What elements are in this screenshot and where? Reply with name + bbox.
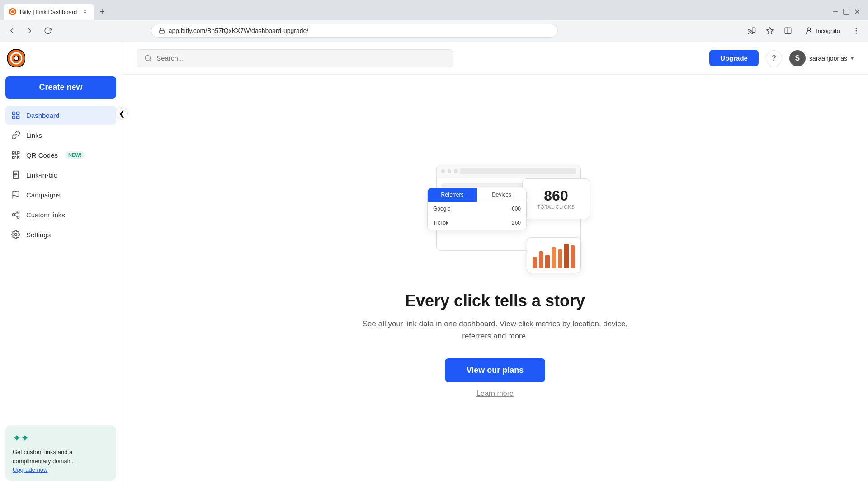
url-bar[interactable]: app.bitly.com/Bn57fQxKX7W/dashboard-upgr…	[151, 24, 558, 38]
menu-icon[interactable]	[850, 24, 863, 37]
bitly-logo-svg	[7, 49, 25, 67]
svg-point-13	[856, 33, 857, 34]
incognito-button[interactable]: Incognito	[800, 24, 844, 37]
svg-rect-21	[13, 152, 14, 154]
svg-point-16	[14, 56, 19, 61]
sidebar-item-custom-links[interactable]: Custom links	[5, 205, 116, 224]
url-text: app.bitly.com/Bn57fQxKX7W/dashboard-upgr…	[169, 27, 550, 34]
svg-rect-18	[17, 112, 19, 115]
main-content: ✦ 860	[122, 75, 868, 488]
google-value: 600	[512, 206, 521, 212]
custom-links-icon	[11, 210, 21, 220]
collapse-sidebar-button[interactable]: ❮	[115, 107, 128, 120]
dashboard-icon	[11, 110, 21, 120]
app-header: Upgrade ? S saraahjoonas ▾	[122, 42, 868, 75]
svg-rect-22	[17, 152, 19, 154]
referrers-tab[interactable]: Referrers	[428, 188, 477, 202]
window-controls	[832, 8, 864, 15]
total-clicks-number: 860	[544, 188, 568, 204]
google-label: Google	[433, 206, 451, 212]
search-bar[interactable]	[137, 49, 453, 67]
custom-links-label: Custom links	[26, 211, 65, 219]
svg-rect-1	[844, 9, 849, 14]
links-label: Links	[26, 131, 42, 139]
campaigns-label: Campaigns	[26, 191, 61, 199]
svg-rect-17	[13, 112, 15, 115]
incognito-label: Incognito	[816, 28, 840, 34]
header-right: Upgrade ? S saraahjoonas ▾	[709, 50, 854, 66]
bitly-logo[interactable]	[7, 49, 25, 67]
upgrade-now-link[interactable]: Upgrade now	[13, 466, 47, 473]
svg-line-32	[14, 215, 17, 216]
sidebar-item-settings[interactable]: Settings	[5, 225, 116, 244]
forward-button[interactable]	[24, 24, 36, 37]
address-bar-icons: Incognito	[745, 24, 863, 37]
devices-tab[interactable]: Devices	[477, 188, 526, 202]
svg-point-5	[748, 33, 749, 34]
reload-button[interactable]	[42, 24, 54, 37]
svg-line-33	[14, 212, 17, 214]
avatar: S	[789, 50, 806, 66]
chart-card	[527, 237, 581, 273]
svg-point-10	[807, 28, 811, 31]
qr-codes-icon	[11, 150, 21, 160]
new-tab-button[interactable]: +	[96, 5, 108, 18]
dashboard-label: Dashboard	[26, 112, 59, 119]
bookmark-icon[interactable]	[764, 24, 776, 37]
tab-title: Bitly | Link Dashboard	[20, 9, 78, 15]
close-window-icon[interactable]	[854, 8, 861, 15]
table-row-tiktok: TikTok 260	[428, 216, 526, 230]
svg-rect-8	[785, 28, 791, 34]
sidebar-item-link-in-bio[interactable]: Link-in-bio	[5, 165, 116, 184]
sidebar-item-links[interactable]: Links	[5, 126, 116, 145]
chart-bar	[552, 247, 556, 268]
search-input[interactable]	[156, 54, 445, 62]
view-plans-button[interactable]: View our plans	[445, 358, 546, 382]
promo-stars-icon: ✦✦	[13, 432, 109, 444]
main-description: See all your link data in one dashboard.…	[355, 318, 635, 342]
stats-card: 860 TOTAL CLICKS	[522, 178, 590, 219]
active-tab[interactable]: Bitly | Link Dashboard ×	[4, 4, 94, 20]
chart-bar	[545, 255, 550, 268]
sidebar-item-qr-codes[interactable]: QR Codes NEW!	[5, 145, 116, 164]
user-menu[interactable]: S saraahjoonas ▾	[789, 50, 854, 66]
illus-card-header	[437, 165, 580, 178]
learn-more-link[interactable]: Learn more	[476, 389, 514, 398]
cast-icon[interactable]	[745, 24, 758, 37]
sidebar-icon[interactable]	[782, 24, 794, 37]
svg-rect-6	[752, 28, 755, 33]
chart-bar	[564, 244, 569, 268]
svg-rect-4	[159, 30, 164, 33]
sidebar-item-dashboard[interactable]: Dashboard	[5, 106, 116, 125]
minimize-icon[interactable]	[832, 8, 839, 15]
create-new-button[interactable]: Create new	[5, 76, 116, 99]
chart-bar	[533, 257, 537, 268]
tab-favicon	[9, 8, 16, 15]
app-container: Create new ❮ Dashboard Links	[0, 42, 868, 488]
sidebar-bottom: ✦✦ Get custom links and a complimentary …	[5, 425, 116, 481]
svg-rect-23	[13, 156, 14, 158]
promo-card: ✦✦ Get custom links and a complimentary …	[5, 425, 116, 481]
help-button[interactable]: ?	[766, 50, 782, 66]
referrers-table-card: Referrers Devices Google 600 TikTok 260	[427, 188, 527, 230]
upgrade-button[interactable]: Upgrade	[709, 50, 759, 66]
svg-line-36	[150, 60, 151, 61]
back-button[interactable]	[5, 24, 18, 37]
tiktok-label: TikTok	[433, 220, 448, 226]
sidebar-item-campaigns[interactable]: Campaigns	[5, 185, 116, 204]
table-tabs: Referrers Devices	[428, 188, 526, 202]
browser-chrome: Bitly | Link Dashboard × + app.bitly.com…	[0, 0, 868, 42]
lock-icon	[159, 28, 165, 34]
tab-bar: Bitly | Link Dashboard × +	[0, 0, 868, 20]
table-row-google: Google 600	[428, 202, 526, 216]
promo-text: Get custom links and a complimentary dom…	[13, 448, 109, 465]
total-clicks-label: TOTAL CLICKS	[538, 204, 575, 210]
chart-bar	[571, 245, 575, 268]
tab-close-button[interactable]: ×	[81, 8, 89, 15]
link-in-bio-icon	[11, 170, 21, 180]
sidebar: Create new ❮ Dashboard Links	[0, 42, 122, 488]
chart-bar	[558, 249, 562, 268]
maximize-icon[interactable]	[843, 8, 850, 15]
main-area: Upgrade ? S saraahjoonas ▾ ✦	[122, 42, 868, 488]
link-in-bio-label: Link-in-bio	[26, 171, 57, 179]
